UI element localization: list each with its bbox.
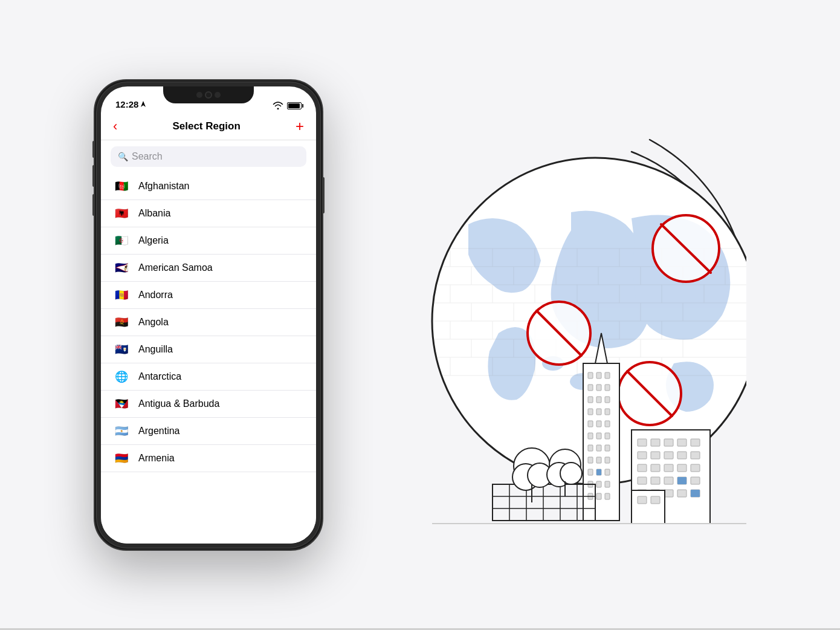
search-icon: 🔍 (118, 152, 128, 161)
svg-rect-83 (588, 445, 593, 451)
notch (163, 86, 254, 103)
svg-rect-71 (588, 397, 593, 403)
country-flag: 🇦🇬 (113, 398, 130, 410)
svg-rect-119 (691, 477, 700, 484)
country-item[interactable]: 🇦🇱Albania (101, 200, 316, 227)
illustration (372, 103, 746, 527)
search-input[interactable]: Search (132, 151, 299, 162)
svg-rect-127 (632, 490, 665, 524)
fence (493, 484, 595, 521)
svg-rect-117 (664, 477, 673, 484)
country-item[interactable]: 🇦🇸American Samoa (101, 255, 316, 282)
country-item[interactable]: 🇦🇴Angola (101, 309, 316, 336)
svg-rect-110 (638, 464, 647, 472)
battery-icon (287, 102, 302, 109)
svg-rect-87 (596, 457, 601, 463)
illustration-svg (372, 103, 746, 527)
svg-rect-81 (596, 433, 601, 439)
svg-point-144 (560, 463, 582, 484)
svg-rect-100 (638, 439, 647, 446)
svg-rect-89 (588, 469, 593, 475)
page-title: Select Region (172, 120, 240, 132)
country-name: Antigua & Barbuda (138, 398, 219, 409)
svg-rect-105 (638, 452, 647, 459)
tree-left (512, 448, 552, 502)
country-item[interactable]: 🇦🇮Anguilla (101, 336, 316, 363)
svg-rect-88 (605, 457, 610, 463)
country-item[interactable]: 🇩🇿Algeria (101, 227, 316, 255)
svg-rect-67 (605, 372, 610, 378)
country-flag: 🇦🇮 (113, 343, 130, 356)
notch-speaker (196, 92, 202, 98)
svg-rect-129 (651, 496, 660, 504)
svg-rect-74 (588, 409, 593, 415)
svg-rect-113 (677, 464, 687, 472)
svg-rect-111 (651, 464, 660, 472)
country-name: Angola (138, 317, 169, 328)
no-entry-sign-1 (653, 215, 719, 282)
volume-down-button (92, 194, 95, 216)
search-bar[interactable]: 🔍 Search (111, 146, 306, 167)
phone-screen: 12:28 (101, 86, 316, 544)
svg-rect-65 (588, 372, 593, 378)
country-item[interactable]: 🇦🇬Antigua & Barbuda (101, 391, 316, 418)
svg-rect-84 (596, 445, 601, 451)
power-button (322, 177, 325, 213)
svg-rect-82 (605, 433, 610, 439)
svg-rect-69 (596, 385, 601, 391)
country-name: Algeria (138, 235, 169, 246)
svg-rect-125 (677, 477, 687, 484)
location-icon (140, 101, 146, 108)
country-item[interactable]: 🇦🇲Armenia (101, 445, 316, 472)
svg-rect-122 (664, 490, 673, 497)
svg-rect-96 (596, 493, 601, 499)
notch-sensor (215, 92, 221, 98)
svg-rect-107 (664, 452, 673, 459)
country-item[interactable]: 🇦🇫Afghanistan (101, 173, 316, 200)
svg-rect-86 (588, 457, 593, 463)
country-name: Argentina (138, 426, 180, 437)
country-name: Armenia (138, 453, 175, 464)
country-name: American Samoa (138, 262, 213, 273)
right-building (632, 430, 710, 524)
svg-rect-102 (664, 439, 673, 446)
phone-device: 12:28 (94, 79, 323, 551)
scene: 12:28 (0, 0, 840, 630)
country-item[interactable]: 🇦🇩Andorra (101, 282, 316, 309)
no-entry-sign-3 (618, 362, 681, 425)
svg-rect-112 (664, 464, 673, 472)
country-list: 🇦🇫Afghanistan🇦🇱Albania🇩🇿Algeria🇦🇸America… (101, 173, 316, 544)
country-item[interactable]: 🇦🇷Argentina (101, 418, 316, 445)
svg-rect-72 (596, 397, 601, 403)
app-content: ‹ Select Region + 🔍 Search 🇦🇫Afghanistan… (101, 113, 316, 544)
country-flag: 🌐 (113, 371, 130, 383)
country-name: Albania (138, 208, 170, 219)
svg-rect-115 (638, 477, 647, 484)
svg-rect-80 (588, 433, 593, 439)
navigation-bar: ‹ Select Region + (101, 113, 316, 140)
add-button[interactable]: + (296, 118, 304, 135)
svg-rect-76 (605, 409, 610, 415)
country-name: Antarctica (138, 371, 181, 382)
country-name: Anguilla (138, 344, 173, 355)
svg-rect-103 (677, 439, 687, 446)
country-flag: 🇦🇱 (113, 207, 130, 219)
svg-rect-114 (691, 464, 700, 472)
country-name: Andorra (138, 290, 173, 300)
svg-rect-116 (651, 477, 660, 484)
svg-rect-85 (605, 445, 610, 451)
svg-rect-93 (596, 481, 601, 487)
country-item[interactable]: 🌐Antarctica (101, 363, 316, 391)
front-camera (205, 91, 212, 99)
svg-rect-126 (691, 490, 700, 497)
back-button[interactable]: ‹ (113, 120, 117, 133)
svg-rect-94 (605, 481, 610, 487)
svg-rect-78 (596, 421, 601, 427)
status-icons (273, 102, 302, 109)
svg-rect-104 (691, 439, 700, 446)
svg-rect-101 (651, 439, 660, 446)
svg-rect-108 (677, 452, 687, 459)
country-flag: 🇦🇸 (113, 262, 130, 274)
svg-rect-68 (588, 385, 593, 391)
country-flag: 🇩🇿 (113, 235, 130, 247)
